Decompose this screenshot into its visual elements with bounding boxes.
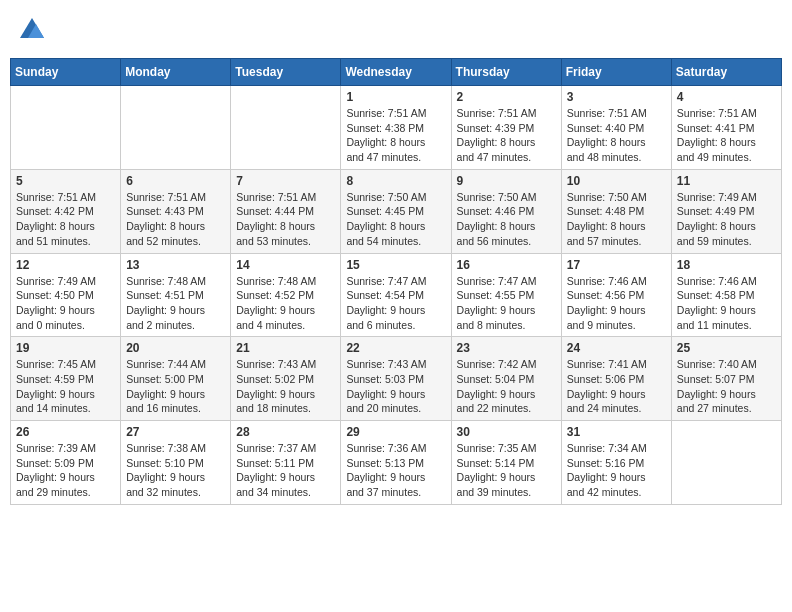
day-info: Sunrise: 7:51 AM Sunset: 4:40 PM Dayligh… (567, 106, 666, 165)
calendar-cell: 28Sunrise: 7:37 AM Sunset: 5:11 PM Dayli… (231, 421, 341, 505)
day-of-week-header: Wednesday (341, 59, 451, 86)
day-number: 11 (677, 174, 776, 188)
day-number: 28 (236, 425, 335, 439)
calendar-cell: 14Sunrise: 7:48 AM Sunset: 4:52 PM Dayli… (231, 253, 341, 337)
day-number: 19 (16, 341, 115, 355)
day-number: 16 (457, 258, 556, 272)
day-number: 2 (457, 90, 556, 104)
day-info: Sunrise: 7:48 AM Sunset: 4:52 PM Dayligh… (236, 274, 335, 333)
day-number: 26 (16, 425, 115, 439)
calendar-header: SundayMondayTuesdayWednesdayThursdayFrid… (11, 59, 782, 86)
day-info: Sunrise: 7:36 AM Sunset: 5:13 PM Dayligh… (346, 441, 445, 500)
calendar-cell: 18Sunrise: 7:46 AM Sunset: 4:58 PM Dayli… (671, 253, 781, 337)
calendar-cell: 13Sunrise: 7:48 AM Sunset: 4:51 PM Dayli… (121, 253, 231, 337)
calendar-cell: 5Sunrise: 7:51 AM Sunset: 4:42 PM Daylig… (11, 169, 121, 253)
day-info: Sunrise: 7:42 AM Sunset: 5:04 PM Dayligh… (457, 357, 556, 416)
day-number: 27 (126, 425, 225, 439)
day-info: Sunrise: 7:44 AM Sunset: 5:00 PM Dayligh… (126, 357, 225, 416)
calendar-cell: 3Sunrise: 7:51 AM Sunset: 4:40 PM Daylig… (561, 86, 671, 170)
calendar-cell: 24Sunrise: 7:41 AM Sunset: 5:06 PM Dayli… (561, 337, 671, 421)
calendar-cell (11, 86, 121, 170)
day-number: 6 (126, 174, 225, 188)
calendar-cell: 4Sunrise: 7:51 AM Sunset: 4:41 PM Daylig… (671, 86, 781, 170)
day-number: 25 (677, 341, 776, 355)
day-number: 23 (457, 341, 556, 355)
calendar-cell: 10Sunrise: 7:50 AM Sunset: 4:48 PM Dayli… (561, 169, 671, 253)
logo-icon (16, 14, 48, 46)
day-info: Sunrise: 7:38 AM Sunset: 5:10 PM Dayligh… (126, 441, 225, 500)
calendar-cell: 29Sunrise: 7:36 AM Sunset: 5:13 PM Dayli… (341, 421, 451, 505)
day-number: 1 (346, 90, 445, 104)
calendar-cell: 11Sunrise: 7:49 AM Sunset: 4:49 PM Dayli… (671, 169, 781, 253)
day-info: Sunrise: 7:50 AM Sunset: 4:48 PM Dayligh… (567, 190, 666, 249)
page-header (10, 10, 782, 50)
day-number: 5 (16, 174, 115, 188)
calendar-cell: 31Sunrise: 7:34 AM Sunset: 5:16 PM Dayli… (561, 421, 671, 505)
day-of-week-header: Saturday (671, 59, 781, 86)
day-info: Sunrise: 7:47 AM Sunset: 4:54 PM Dayligh… (346, 274, 445, 333)
day-number: 9 (457, 174, 556, 188)
day-number: 3 (567, 90, 666, 104)
calendar-cell: 9Sunrise: 7:50 AM Sunset: 4:46 PM Daylig… (451, 169, 561, 253)
day-info: Sunrise: 7:51 AM Sunset: 4:39 PM Dayligh… (457, 106, 556, 165)
day-number: 10 (567, 174, 666, 188)
calendar-cell: 30Sunrise: 7:35 AM Sunset: 5:14 PM Dayli… (451, 421, 561, 505)
day-number: 4 (677, 90, 776, 104)
day-of-week-header: Monday (121, 59, 231, 86)
day-info: Sunrise: 7:50 AM Sunset: 4:46 PM Dayligh… (457, 190, 556, 249)
calendar-cell: 23Sunrise: 7:42 AM Sunset: 5:04 PM Dayli… (451, 337, 561, 421)
day-info: Sunrise: 7:49 AM Sunset: 4:49 PM Dayligh… (677, 190, 776, 249)
day-of-week-header: Friday (561, 59, 671, 86)
day-of-week-header: Sunday (11, 59, 121, 86)
day-info: Sunrise: 7:43 AM Sunset: 5:03 PM Dayligh… (346, 357, 445, 416)
calendar-cell: 22Sunrise: 7:43 AM Sunset: 5:03 PM Dayli… (341, 337, 451, 421)
day-info: Sunrise: 7:46 AM Sunset: 4:58 PM Dayligh… (677, 274, 776, 333)
day-of-week-header: Tuesday (231, 59, 341, 86)
day-of-week-header: Thursday (451, 59, 561, 86)
calendar-cell: 8Sunrise: 7:50 AM Sunset: 4:45 PM Daylig… (341, 169, 451, 253)
calendar-cell: 26Sunrise: 7:39 AM Sunset: 5:09 PM Dayli… (11, 421, 121, 505)
calendar-week-row: 1Sunrise: 7:51 AM Sunset: 4:38 PM Daylig… (11, 86, 782, 170)
day-info: Sunrise: 7:51 AM Sunset: 4:44 PM Dayligh… (236, 190, 335, 249)
day-number: 29 (346, 425, 445, 439)
day-number: 18 (677, 258, 776, 272)
day-number: 24 (567, 341, 666, 355)
day-info: Sunrise: 7:46 AM Sunset: 4:56 PM Dayligh… (567, 274, 666, 333)
calendar-cell: 1Sunrise: 7:51 AM Sunset: 4:38 PM Daylig… (341, 86, 451, 170)
calendar-cell (231, 86, 341, 170)
calendar-cell: 15Sunrise: 7:47 AM Sunset: 4:54 PM Dayli… (341, 253, 451, 337)
day-info: Sunrise: 7:51 AM Sunset: 4:38 PM Dayligh… (346, 106, 445, 165)
day-number: 14 (236, 258, 335, 272)
day-info: Sunrise: 7:48 AM Sunset: 4:51 PM Dayligh… (126, 274, 225, 333)
day-info: Sunrise: 7:41 AM Sunset: 5:06 PM Dayligh… (567, 357, 666, 416)
calendar-cell (121, 86, 231, 170)
calendar-cell: 17Sunrise: 7:46 AM Sunset: 4:56 PM Dayli… (561, 253, 671, 337)
day-info: Sunrise: 7:47 AM Sunset: 4:55 PM Dayligh… (457, 274, 556, 333)
calendar-week-row: 26Sunrise: 7:39 AM Sunset: 5:09 PM Dayli… (11, 421, 782, 505)
day-number: 7 (236, 174, 335, 188)
day-number: 8 (346, 174, 445, 188)
day-info: Sunrise: 7:37 AM Sunset: 5:11 PM Dayligh… (236, 441, 335, 500)
day-info: Sunrise: 7:35 AM Sunset: 5:14 PM Dayligh… (457, 441, 556, 500)
day-info: Sunrise: 7:39 AM Sunset: 5:09 PM Dayligh… (16, 441, 115, 500)
calendar-cell: 19Sunrise: 7:45 AM Sunset: 4:59 PM Dayli… (11, 337, 121, 421)
day-number: 20 (126, 341, 225, 355)
day-number: 12 (16, 258, 115, 272)
calendar-cell: 12Sunrise: 7:49 AM Sunset: 4:50 PM Dayli… (11, 253, 121, 337)
day-number: 31 (567, 425, 666, 439)
calendar-cell: 21Sunrise: 7:43 AM Sunset: 5:02 PM Dayli… (231, 337, 341, 421)
calendar-cell: 16Sunrise: 7:47 AM Sunset: 4:55 PM Dayli… (451, 253, 561, 337)
day-number: 17 (567, 258, 666, 272)
day-info: Sunrise: 7:49 AM Sunset: 4:50 PM Dayligh… (16, 274, 115, 333)
day-number: 21 (236, 341, 335, 355)
day-info: Sunrise: 7:50 AM Sunset: 4:45 PM Dayligh… (346, 190, 445, 249)
calendar-cell: 25Sunrise: 7:40 AM Sunset: 5:07 PM Dayli… (671, 337, 781, 421)
calendar: SundayMondayTuesdayWednesdayThursdayFrid… (10, 58, 782, 505)
day-number: 30 (457, 425, 556, 439)
logo (16, 14, 52, 46)
calendar-cell: 7Sunrise: 7:51 AM Sunset: 4:44 PM Daylig… (231, 169, 341, 253)
calendar-cell: 20Sunrise: 7:44 AM Sunset: 5:00 PM Dayli… (121, 337, 231, 421)
day-info: Sunrise: 7:34 AM Sunset: 5:16 PM Dayligh… (567, 441, 666, 500)
calendar-cell: 2Sunrise: 7:51 AM Sunset: 4:39 PM Daylig… (451, 86, 561, 170)
day-info: Sunrise: 7:51 AM Sunset: 4:41 PM Dayligh… (677, 106, 776, 165)
